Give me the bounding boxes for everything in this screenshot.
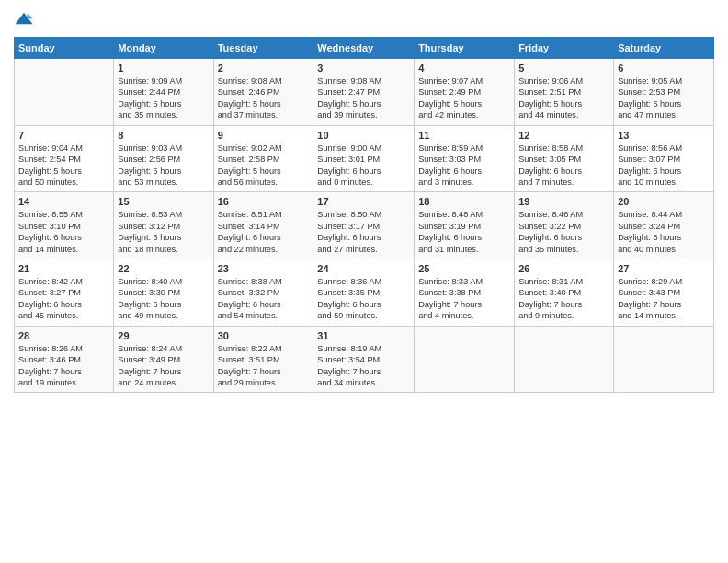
- day-number: 18: [418, 196, 510, 207]
- day-info: Sunrise: 8:44 AM Sunset: 3:24 PM Dayligh…: [618, 209, 710, 255]
- day-number: 6: [618, 63, 710, 74]
- day-number: 22: [118, 263, 209, 274]
- day-number: 20: [618, 196, 710, 207]
- day-number: 26: [518, 263, 609, 274]
- day-info: Sunrise: 9:06 AM Sunset: 2:51 PM Dayligh…: [518, 75, 609, 121]
- calendar-cell: 18Sunrise: 8:48 AM Sunset: 3:19 PM Dayli…: [415, 192, 515, 259]
- day-number: 2: [218, 63, 310, 74]
- day-number: 29: [118, 330, 209, 341]
- calendar-cell: 16Sunrise: 8:51 AM Sunset: 3:14 PM Dayli…: [213, 192, 313, 259]
- day-info: Sunrise: 8:42 AM Sunset: 3:27 PM Dayligh…: [18, 276, 109, 322]
- day-number: 11: [418, 130, 510, 141]
- day-number: 25: [418, 263, 510, 274]
- weekday-header: Sunday: [15, 38, 114, 59]
- calendar-page: SundayMondayTuesdayWednesdayThursdayFrid…: [0, 0, 728, 563]
- calendar-cell: 11Sunrise: 8:59 AM Sunset: 3:03 PM Dayli…: [415, 125, 515, 192]
- calendar-cell: 3Sunrise: 9:08 AM Sunset: 2:47 PM Daylig…: [313, 59, 415, 126]
- calendar-body: 1Sunrise: 9:09 AM Sunset: 2:44 PM Daylig…: [15, 59, 714, 393]
- calendar-cell: [415, 326, 515, 393]
- day-info: Sunrise: 8:56 AM Sunset: 3:07 PM Dayligh…: [618, 143, 710, 189]
- day-info: Sunrise: 9:08 AM Sunset: 2:46 PM Dayligh…: [218, 75, 310, 121]
- calendar-cell: 28Sunrise: 8:26 AM Sunset: 3:46 PM Dayli…: [15, 326, 114, 393]
- day-number: 10: [317, 130, 410, 141]
- day-number: 3: [317, 63, 410, 74]
- calendar-cell: 12Sunrise: 8:58 AM Sunset: 3:05 PM Dayli…: [515, 125, 614, 192]
- calendar-week-row: 7Sunrise: 9:04 AM Sunset: 2:54 PM Daylig…: [15, 125, 714, 192]
- day-info: Sunrise: 8:59 AM Sunset: 3:03 PM Dayligh…: [418, 143, 510, 189]
- day-info: Sunrise: 8:36 AM Sunset: 3:35 PM Dayligh…: [317, 276, 410, 322]
- calendar-week-row: 1Sunrise: 9:09 AM Sunset: 2:44 PM Daylig…: [15, 59, 714, 126]
- day-info: Sunrise: 8:38 AM Sunset: 3:32 PM Dayligh…: [218, 276, 310, 322]
- logo-icon: [14, 9, 34, 29]
- calendar-cell: 13Sunrise: 8:56 AM Sunset: 3:07 PM Dayli…: [614, 125, 714, 192]
- calendar-cell: 30Sunrise: 8:22 AM Sunset: 3:51 PM Dayli…: [213, 326, 313, 393]
- day-info: Sunrise: 8:24 AM Sunset: 3:49 PM Dayligh…: [118, 343, 209, 389]
- day-number: 23: [218, 263, 310, 274]
- calendar-cell: 17Sunrise: 8:50 AM Sunset: 3:17 PM Dayli…: [313, 192, 415, 259]
- calendar-cell: 29Sunrise: 8:24 AM Sunset: 3:49 PM Dayli…: [114, 326, 213, 393]
- calendar-week-row: 14Sunrise: 8:55 AM Sunset: 3:10 PM Dayli…: [15, 192, 714, 259]
- day-number: 21: [18, 263, 109, 274]
- calendar-cell: [614, 326, 714, 393]
- day-info: Sunrise: 9:08 AM Sunset: 2:47 PM Dayligh…: [317, 75, 410, 121]
- day-info: Sunrise: 8:51 AM Sunset: 3:14 PM Dayligh…: [218, 209, 310, 255]
- day-number: 24: [317, 263, 410, 274]
- day-info: Sunrise: 8:33 AM Sunset: 3:38 PM Dayligh…: [418, 276, 510, 322]
- day-info: Sunrise: 8:46 AM Sunset: 3:22 PM Dayligh…: [518, 209, 609, 255]
- calendar-cell: 31Sunrise: 8:19 AM Sunset: 3:54 PM Dayli…: [313, 326, 415, 393]
- day-info: Sunrise: 9:09 AM Sunset: 2:44 PM Dayligh…: [118, 75, 209, 121]
- calendar-cell: 1Sunrise: 9:09 AM Sunset: 2:44 PM Daylig…: [114, 59, 213, 126]
- day-info: Sunrise: 8:58 AM Sunset: 3:05 PM Dayligh…: [518, 143, 609, 189]
- day-info: Sunrise: 8:31 AM Sunset: 3:40 PM Dayligh…: [518, 276, 609, 322]
- logo: [14, 9, 38, 29]
- calendar-cell: [15, 59, 114, 126]
- calendar-cell: 22Sunrise: 8:40 AM Sunset: 3:30 PM Dayli…: [114, 259, 213, 327]
- weekday-header: Saturday: [614, 38, 714, 59]
- day-info: Sunrise: 8:53 AM Sunset: 3:12 PM Dayligh…: [118, 209, 209, 255]
- calendar-cell: 8Sunrise: 9:03 AM Sunset: 2:56 PM Daylig…: [114, 125, 213, 192]
- calendar-cell: 7Sunrise: 9:04 AM Sunset: 2:54 PM Daylig…: [15, 125, 114, 192]
- day-number: 19: [518, 196, 609, 207]
- day-number: 7: [18, 130, 109, 141]
- weekday-header: Thursday: [415, 38, 515, 59]
- day-number: 12: [518, 130, 609, 141]
- calendar-cell: 27Sunrise: 8:29 AM Sunset: 3:43 PM Dayli…: [614, 259, 714, 327]
- calendar-cell: 5Sunrise: 9:06 AM Sunset: 2:51 PM Daylig…: [515, 59, 614, 126]
- day-info: Sunrise: 8:48 AM Sunset: 3:19 PM Dayligh…: [418, 209, 510, 255]
- calendar-cell: 10Sunrise: 9:00 AM Sunset: 3:01 PM Dayli…: [313, 125, 415, 192]
- calendar-cell: 6Sunrise: 9:05 AM Sunset: 2:53 PM Daylig…: [614, 59, 714, 126]
- weekday-header: Friday: [515, 38, 614, 59]
- day-number: 1: [118, 63, 209, 74]
- weekday-header: Monday: [114, 38, 213, 59]
- calendar-cell: 25Sunrise: 8:33 AM Sunset: 3:38 PM Dayli…: [415, 259, 515, 327]
- day-info: Sunrise: 9:03 AM Sunset: 2:56 PM Dayligh…: [118, 143, 209, 189]
- weekday-row: SundayMondayTuesdayWednesdayThursdayFrid…: [15, 38, 714, 59]
- calendar-header: SundayMondayTuesdayWednesdayThursdayFrid…: [15, 38, 714, 59]
- day-number: 4: [418, 63, 510, 74]
- day-number: 8: [118, 130, 209, 141]
- day-number: 30: [218, 330, 310, 341]
- day-info: Sunrise: 9:00 AM Sunset: 3:01 PM Dayligh…: [317, 143, 410, 189]
- calendar-cell: 23Sunrise: 8:38 AM Sunset: 3:32 PM Dayli…: [213, 259, 313, 327]
- day-number: 27: [618, 263, 710, 274]
- day-number: 5: [518, 63, 609, 74]
- day-number: 13: [618, 130, 710, 141]
- calendar-cell: 14Sunrise: 8:55 AM Sunset: 3:10 PM Dayli…: [15, 192, 114, 259]
- calendar-cell: 19Sunrise: 8:46 AM Sunset: 3:22 PM Dayli…: [515, 192, 614, 259]
- day-number: 9: [218, 130, 310, 141]
- svg-marker-1: [28, 13, 33, 19]
- day-number: 17: [317, 196, 410, 207]
- day-number: 14: [18, 196, 109, 207]
- day-number: 28: [18, 330, 109, 341]
- calendar-cell: 24Sunrise: 8:36 AM Sunset: 3:35 PM Dayli…: [313, 259, 415, 327]
- calendar-cell: 9Sunrise: 9:02 AM Sunset: 2:58 PM Daylig…: [213, 125, 313, 192]
- weekday-header: Tuesday: [213, 38, 313, 59]
- day-info: Sunrise: 8:40 AM Sunset: 3:30 PM Dayligh…: [118, 276, 209, 322]
- day-info: Sunrise: 8:19 AM Sunset: 3:54 PM Dayligh…: [317, 343, 410, 389]
- calendar-week-row: 21Sunrise: 8:42 AM Sunset: 3:27 PM Dayli…: [15, 259, 714, 327]
- calendar-cell: 21Sunrise: 8:42 AM Sunset: 3:27 PM Dayli…: [15, 259, 114, 327]
- header: [14, 9, 714, 29]
- day-number: 15: [118, 196, 209, 207]
- calendar-cell: 26Sunrise: 8:31 AM Sunset: 3:40 PM Dayli…: [515, 259, 614, 327]
- calendar-cell: 15Sunrise: 8:53 AM Sunset: 3:12 PM Dayli…: [114, 192, 213, 259]
